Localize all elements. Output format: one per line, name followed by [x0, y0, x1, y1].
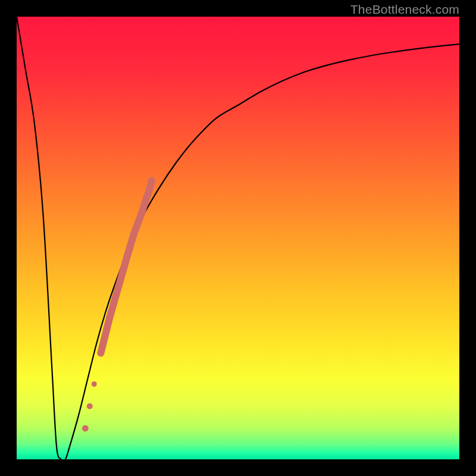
- marker-dot: [87, 403, 93, 409]
- bottleneck-curve: [17, 17, 459, 459]
- marker-band: [101, 180, 152, 353]
- marker-dot: [92, 381, 97, 387]
- highlight-markers: [82, 180, 152, 431]
- marker-dot: [82, 425, 89, 431]
- curve-layer: [17, 17, 459, 459]
- chart-frame: TheBottleneck.com: [0, 0, 476, 476]
- watermark-text: TheBottleneck.com: [350, 2, 459, 17]
- plot-area: [17, 17, 459, 459]
